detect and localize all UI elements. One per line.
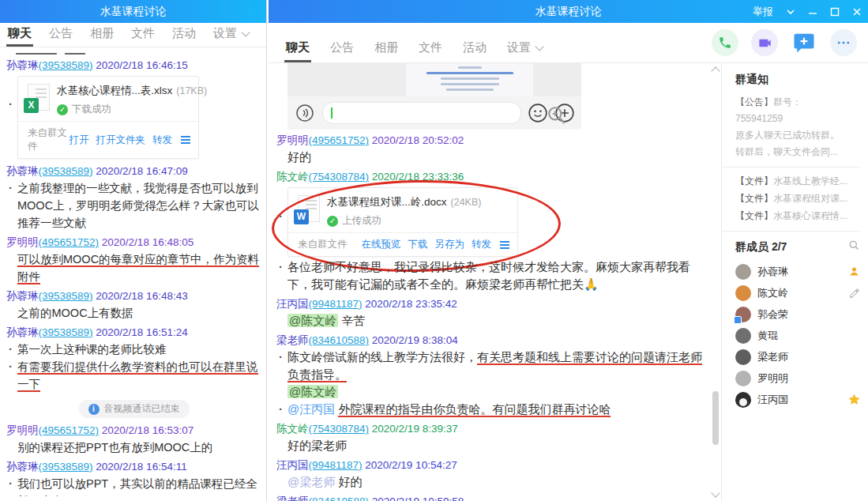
message-text: @陈文岭 <box>276 383 707 401</box>
tab-settings[interactable]: 设置 <box>213 26 247 47</box>
sender-qq-number[interactable]: (754308784) <box>309 171 370 183</box>
screenshot-file-list <box>406 63 533 96</box>
message-timestamp: 2020/2/18 16:46:15 <box>93 59 188 71</box>
sender-qq-number[interactable]: (39538589) <box>39 290 93 302</box>
sender-qq-number[interactable]: (834610588) <box>309 334 370 346</box>
create-group-chat-button[interactable] <box>791 29 817 56</box>
file-action-打开文件夹[interactable]: 打开文件夹 <box>96 134 146 147</box>
sender-qq-number[interactable]: (39538589) <box>39 461 93 473</box>
scroll-up-arrow[interactable] <box>711 66 720 75</box>
sender-name: 孙蓉琳 <box>6 59 39 71</box>
embedded-screenshot-image[interactable] <box>287 63 581 130</box>
file-message-card[interactable]: X水基核心课程情...表.xlsx(17KB)✓下载成功来自群文件打开打开文件夹… <box>17 76 199 159</box>
avatar <box>735 264 751 280</box>
more-options-button[interactable] <box>830 29 857 56</box>
scrollbar-thumb[interactable] <box>712 391 719 445</box>
file-notice-item[interactable]: 【文件】水基线上教学经... <box>735 172 860 190</box>
sender-qq-number[interactable]: (495651752) <box>39 424 100 436</box>
message-header: 孙蓉琳(39538589) 2020/2/18 16:46:15 <box>6 58 261 73</box>
avatar <box>735 307 751 322</box>
tab-settings[interactable]: 设置 <box>507 40 541 62</box>
sender-qq-number[interactable]: (39538589) <box>39 59 93 71</box>
chevron-down-icon[interactable] <box>786 7 795 17</box>
minimize-button[interactable] <box>808 7 817 17</box>
main-message-list[interactable]: 罗明明(495651752) 2020/2/18 20:52:02好的陈文岭(7… <box>269 63 710 501</box>
member-name: 陈文岭 <box>757 286 841 300</box>
info-icon: i <box>88 404 100 415</box>
tab-announcements[interactable]: 公告 <box>330 40 354 62</box>
main-toolbar: 聊天公告相册文件活动设置 <box>269 23 868 63</box>
member-row[interactable]: 孙蓉琳 <box>735 261 860 282</box>
sender-name: 汪丙国 <box>276 459 309 471</box>
chat-message: 孙蓉琳(39538589) 2020/2/18 16:48:43之前的MOOC上… <box>6 289 261 322</box>
voice-call-button[interactable] <box>712 29 738 56</box>
tab-announcements[interactable]: 公告 <box>49 26 73 47</box>
file-notice-item[interactable]: 【文件】水基课程组对课... <box>735 190 860 207</box>
members-title: 群成员 2/7 <box>735 240 848 254</box>
member-row[interactable]: 汪丙国 <box>735 389 860 410</box>
left-message-list[interactable]: 孙蓉琳(39538589) 2020/2/18 16:46:15X水基核心课程情… <box>0 47 266 496</box>
message-text: 各位老师不好意思，我记录得比较杂，这时候才发给大家。麻烦大家再帮我看下，我可能有… <box>276 258 707 293</box>
divider <box>722 167 860 168</box>
file-card[interactable]: W水基课程组对课...岭.docx(24KB)✓上传成功来自群文件在线预览下载另… <box>287 187 518 257</box>
member-row[interactable]: 陈文岭 <box>735 282 860 303</box>
member-row[interactable]: 罗明明 <box>735 367 860 389</box>
message-text: @梁老师 好的 <box>276 473 707 491</box>
file-action-转发[interactable]: 转发 <box>472 238 491 251</box>
video-call-button[interactable] <box>751 29 778 56</box>
members-count: 2/7 <box>772 240 787 253</box>
menu-icon[interactable] <box>500 244 509 246</box>
sender-qq-number[interactable]: (99481187) <box>309 298 363 310</box>
mention: @陈文岭 <box>287 314 338 327</box>
main-titlebar[interactable]: 水基课程讨论 举报 <box>269 0 868 23</box>
file-action-另存为[interactable]: 另存为 <box>435 238 465 251</box>
tab-albums[interactable]: 相册 <box>374 40 398 62</box>
check-icon: ✓ <box>327 216 338 227</box>
member-row[interactable]: 梁老师 <box>735 346 860 367</box>
message-header: 孙蓉琳(39538589) 2020/2/18 16:48:43 <box>6 289 261 304</box>
sender-qq-number[interactable]: (495651752) <box>309 134 370 146</box>
file-card[interactable]: X水基核心课程情...表.xlsx(17KB)✓下载成功来自群文件打开打开文件夹… <box>17 76 199 159</box>
sender-qq-number[interactable]: (99481187) <box>309 459 363 471</box>
message-text: 陈文岭偿试新的线上教学方法很好，有关思考题和线上需要讨论的问题请汪老师负责指导。 <box>276 348 707 383</box>
file-action-打开[interactable]: 打开 <box>70 134 89 147</box>
member-row[interactable]: 郭会荣 <box>735 303 860 325</box>
screenshot-body <box>287 63 581 96</box>
left-titlebar[interactable]: 水基课程讨论 <box>0 0 266 23</box>
search-icon[interactable] <box>848 239 860 254</box>
tab-chat[interactable]: 聊天 <box>286 40 310 62</box>
tab-activities[interactable]: 活动 <box>172 26 196 47</box>
group-announcement[interactable]: 【公告】群号：755941259原多人聊天已成功转群。转群后，聊天文件会同... <box>735 94 860 160</box>
file-message-card[interactable]: W水基课程组对课...岭.docx(24KB)✓上传成功来自群文件在线预览下载另… <box>287 187 518 257</box>
file-action-转发[interactable]: 转发 <box>152 134 172 147</box>
file-notice-item[interactable]: 【文件】水基核心课程情... <box>735 207 860 224</box>
sender-qq-number[interactable]: (834610588) <box>309 495 370 501</box>
chevron-down-icon <box>535 42 543 51</box>
file-action-下载[interactable]: 下载 <box>408 238 428 251</box>
sender-qq-number[interactable]: (754308784) <box>309 423 370 435</box>
menu-icon[interactable] <box>181 139 190 141</box>
tab-files[interactable]: 文件 <box>131 26 155 47</box>
message-timestamp: 2020/2/18 23:35:42 <box>363 298 457 310</box>
report-button[interactable]: 举报 <box>753 5 773 19</box>
message-timestamp: 2020/2/18 16:48:43 <box>93 290 188 302</box>
chat-scrollbar[interactable] <box>710 63 721 501</box>
member-row[interactable]: 黄琨 <box>735 325 860 346</box>
screenshot-text-field <box>322 102 521 124</box>
message-header: 陈文岭(754308784) 2020/2/18 23:33:36 <box>276 170 707 185</box>
message-text: 可以放到MOOC的每章对应的章节中，作为资料附件 <box>6 250 261 285</box>
tab-albums[interactable]: 相册 <box>90 26 114 47</box>
scroll-down-arrow[interactable] <box>711 488 720 497</box>
file-action-在线预览[interactable]: 在线预览 <box>362 238 401 251</box>
close-button[interactable] <box>852 7 862 17</box>
tab-activities[interactable]: 活动 <box>463 40 487 62</box>
sender-qq-number[interactable]: (39538589) <box>39 165 93 177</box>
message-text: 好的 <box>276 149 707 166</box>
sender-qq-number[interactable]: (39538589) <box>39 326 93 338</box>
announcement-line: 755941259 <box>735 111 860 127</box>
sender-qq-number[interactable]: (495651752) <box>39 236 100 248</box>
maximize-button[interactable] <box>830 7 840 17</box>
sender-name: 孙蓉琳 <box>6 326 39 338</box>
tab-files[interactable]: 文件 <box>419 40 442 62</box>
tab-chat[interactable]: 聊天 <box>8 26 32 47</box>
